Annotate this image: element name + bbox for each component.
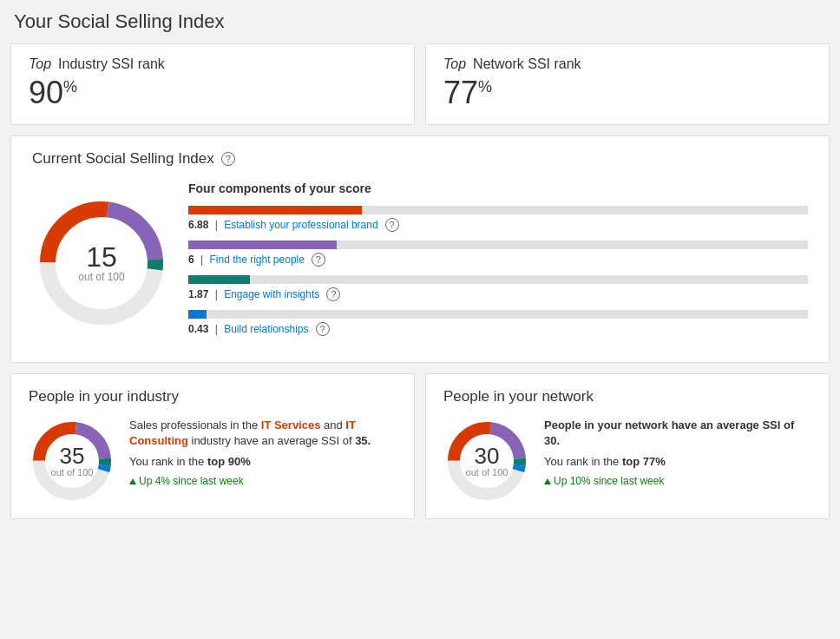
network-rank-label-row: Top Network SSI rank [443,56,811,72]
bottom-row: People in your industry 35 out of 100 Sa… [10,373,830,519]
component-2-help[interactable]: ? [312,253,325,267]
people-industry-up: Up 4% since last week [129,475,397,487]
people-industry-rank: You rank in the top 90% [129,454,397,470]
people-industry-card: People in your industry 35 out of 100 Sa… [10,373,415,519]
network-rank-card: Top Network SSI rank 77% [425,43,830,125]
component-2-label: 6 | Find the right people ? [188,253,808,267]
component-1-bar-fill [188,206,362,214]
network-rank-value: 77% [443,76,811,110]
people-network-donut: 30 out of 100 [443,418,530,504]
component-3: 1.87 | Engage with insights ? [188,275,808,301]
people-network-desc1: People in your network have an average S… [544,418,811,449]
component-2: 6 | Find the right people ? [188,240,808,267]
people-industry-sub: out of 100 [51,467,94,478]
component-1-link[interactable]: Establish your professional brand [224,219,377,231]
up-arrow-network-icon [544,478,551,484]
people-industry-score: 35 [51,445,94,467]
component-4-link[interactable]: Build relationships [224,323,308,335]
people-industry-title: People in your industry [29,388,397,405]
component-4-bar-fill [188,310,207,319]
ssi-score-center: 15 out of 100 [78,243,124,283]
people-network-score: 30 [466,445,509,467]
people-industry-body: 35 out of 100 Sales professionals in the… [29,418,397,504]
ssi-help-icon[interactable]: ? [221,152,235,166]
network-top-label: Top [443,56,466,72]
component-4: 0.43 | Build relationships ? [188,310,808,336]
people-industry-donut: 35 out of 100 [29,418,115,504]
people-network-up-text: Up 10% since last week [554,475,664,487]
industry-top-label: Top [29,56,51,72]
people-industry-text: Sales professionals in the IT Services a… [129,418,397,488]
people-network-rank: You rank in the top 77% [544,454,811,470]
industry-rank-value: 90% [29,76,397,110]
ssi-body: 15 out of 100 Four components of your sc… [32,181,808,345]
component-1-value: 6.88 [188,219,208,231]
ssi-donut: 15 out of 100 [32,194,171,333]
component-3-help[interactable]: ? [326,287,340,301]
ssi-title: Current Social Selling Index [32,150,214,168]
component-1-label: 6.88 | Establish your professional brand… [188,218,808,232]
people-network-card: People in your network 30 out of 100 Peo… [425,373,830,519]
people-network-score-center: 30 out of 100 [466,445,509,478]
ssi-score-value: 15 [78,243,124,271]
component-4-bar-track [188,310,808,319]
people-network-sub: out of 100 [466,467,509,478]
network-rank-title: Network SSI rank [473,56,581,72]
page-title: Your Social Selling Index [10,10,830,33]
industry-rank-title: Industry SSI rank [58,56,165,72]
component-3-bar-fill [188,275,250,284]
ssi-card: Current Social Selling Index ? 15 out of… [10,135,830,363]
component-2-value: 6 [188,254,194,266]
component-3-link[interactable]: Engage with insights [224,288,319,300]
industry-rank-card: Top Industry SSI rank 90% [10,43,415,125]
people-industry-up-text: Up 4% since last week [139,475,244,487]
component-3-label: 1.87 | Engage with insights ? [188,287,808,301]
components-section: Four components of your score 6.88 | Est… [188,181,808,345]
component-2-bar-fill [188,240,337,249]
people-network-text: People in your network have an average S… [544,418,811,488]
component-3-bar-track [188,275,808,284]
component-4-help[interactable]: ? [316,322,330,336]
component-4-label: 0.43 | Build relationships ? [188,322,808,336]
component-1-bar-track [188,206,808,214]
ssi-header: Current Social Selling Index ? [32,150,808,168]
up-arrow-industry-icon [129,478,136,484]
people-network-up: Up 10% since last week [544,475,811,487]
component-1-help[interactable]: ? [385,218,399,232]
ssi-score-sub: out of 100 [78,271,124,283]
component-3-value: 1.87 [188,288,208,300]
components-title: Four components of your score [188,181,808,195]
people-network-body: 30 out of 100 People in your network hav… [443,418,811,504]
component-4-value: 0.43 [188,323,208,335]
component-1: 6.88 | Establish your professional brand… [188,206,808,232]
component-2-bar-track [188,240,808,249]
people-industry-desc1: Sales professionals in the IT Services a… [129,418,397,449]
component-2-link[interactable]: Find the right people [209,254,304,266]
industry-rank-label-row: Top Industry SSI rank [29,56,397,72]
rank-cards-row: Top Industry SSI rank 90% Top Network SS… [10,43,830,125]
people-industry-score-center: 35 out of 100 [51,445,94,478]
people-network-title: People in your network [443,388,811,405]
